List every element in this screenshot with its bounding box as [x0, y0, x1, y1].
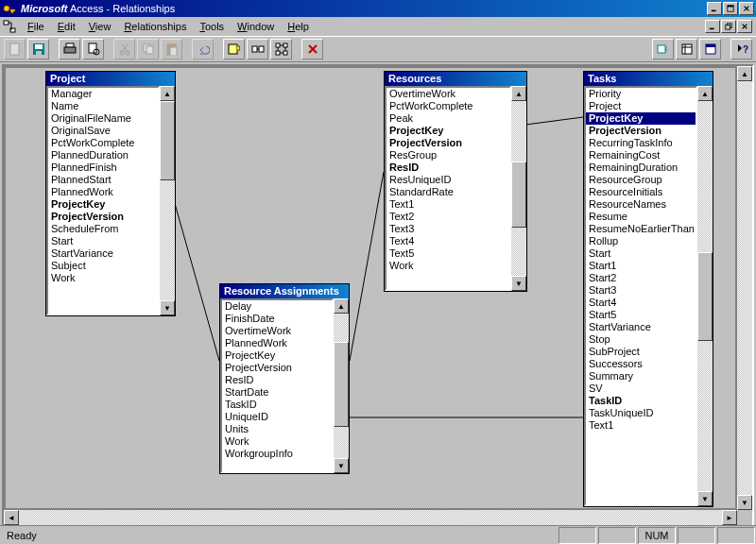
field-item[interactable]: Text3 — [387, 223, 509, 235]
field-item[interactable]: RemainingDuration — [586, 162, 696, 174]
field-item[interactable]: ProjectKey — [387, 125, 509, 137]
scroll-left-icon[interactable]: ◄ — [4, 510, 19, 525]
field-item[interactable]: Subject — [48, 260, 158, 272]
field-item[interactable]: Manager — [48, 88, 158, 100]
field-item[interactable]: Resume — [586, 211, 696, 223]
copy-icon[interactable] — [137, 39, 159, 60]
table-resources[interactable]: ResourcesOvertimeWorkPctWorkCompletePeak… — [384, 71, 527, 292]
database-window-icon[interactable] — [699, 39, 721, 60]
field-item[interactable]: ResGroup — [387, 149, 509, 162]
workspace-scrollbar-h[interactable]: ◄ ► — [4, 510, 737, 525]
table-header[interactable]: Tasks — [584, 72, 713, 86]
print-icon[interactable] — [59, 39, 80, 60]
field-item[interactable]: Work — [387, 260, 509, 272]
field-item[interactable]: ProjectVersion — [586, 125, 696, 137]
table-header[interactable]: Resource Assignments — [220, 284, 349, 298]
scroll-thumb[interactable] — [697, 252, 713, 341]
scroll-right-icon[interactable]: ► — [722, 510, 737, 525]
table-scrollbar[interactable]: ▲▼ — [160, 86, 175, 315]
back-icon[interactable] — [652, 39, 674, 60]
field-item[interactable]: Start — [586, 247, 696, 260]
field-item[interactable]: ResUniqueID — [387, 174, 509, 186]
field-item[interactable]: TaskID — [222, 399, 332, 411]
field-item[interactable]: ResumeNoEarlierThan — [586, 223, 696, 235]
field-item[interactable]: Start2 — [586, 272, 696, 284]
scroll-down-icon[interactable]: ▼ — [511, 276, 526, 291]
scroll-down-icon[interactable]: ▼ — [160, 300, 175, 315]
table-header[interactable]: Resources — [385, 72, 526, 86]
scroll-thumb[interactable] — [334, 342, 349, 427]
scroll-down-icon[interactable]: ▼ — [737, 495, 752, 510]
save-icon[interactable] — [27, 39, 49, 60]
show-all-icon[interactable] — [270, 39, 292, 60]
field-item[interactable]: UniqueID — [222, 411, 332, 423]
field-item[interactable]: Units — [222, 423, 332, 435]
field-item[interactable]: TaskID — [586, 395, 696, 407]
field-item[interactable]: OriginalFileName — [48, 112, 158, 125]
field-item[interactable]: Start1 — [586, 260, 696, 272]
field-item[interactable]: ProjectVersion — [48, 211, 158, 223]
field-item[interactable]: Priority — [586, 88, 696, 100]
field-item[interactable]: ResourceNames — [586, 198, 696, 211]
field-item[interactable]: ProjectKey — [586, 112, 696, 125]
show-table-icon[interactable] — [223, 39, 245, 60]
field-item[interactable]: Delay — [222, 300, 332, 313]
scroll-up-icon[interactable]: ▲ — [511, 86, 526, 101]
field-item[interactable]: ScheduleFrom — [48, 223, 158, 235]
scroll-up-icon[interactable]: ▲ — [737, 66, 752, 81]
field-item[interactable]: ProjectKey — [222, 349, 332, 362]
field-item[interactable]: Text4 — [387, 235, 509, 247]
field-item[interactable]: RemainingCost — [586, 149, 696, 162]
cut-icon[interactable] — [113, 39, 135, 60]
field-item[interactable]: Work — [222, 435, 332, 448]
field-item[interactable]: Stop — [586, 333, 696, 346]
field-item[interactable]: WorkgroupInfo — [222, 448, 332, 460]
field-item[interactable]: Work — [48, 272, 158, 284]
table-scrollbar[interactable]: ▲▼ — [697, 86, 713, 506]
field-item[interactable]: Successors — [586, 358, 696, 370]
field-item[interactable]: StandardRate — [387, 186, 509, 198]
undo-icon[interactable] — [192, 39, 214, 60]
field-item[interactable]: ResourceGroup — [586, 174, 696, 186]
field-item[interactable]: RecurringTaskInfo — [586, 137, 696, 149]
field-item[interactable]: StartDate — [222, 386, 332, 399]
workspace-scrollbar-v[interactable]: ▲ ▼ — [737, 66, 752, 510]
field-item[interactable]: Text2 — [387, 211, 509, 223]
menu-view[interactable]: View — [82, 19, 118, 34]
field-item[interactable]: ResID — [387, 162, 509, 174]
delete-icon[interactable] — [301, 39, 323, 60]
field-item[interactable]: Start3 — [586, 284, 696, 297]
menu-file[interactable]: File — [21, 19, 51, 34]
menu-window[interactable]: Window — [231, 19, 281, 34]
field-item[interactable]: ResID — [222, 374, 332, 386]
scroll-down-icon[interactable]: ▼ — [697, 491, 713, 506]
field-item[interactable]: ResourceInitials — [586, 186, 696, 198]
field-item[interactable]: PctWorkComplete — [387, 100, 509, 112]
scroll-thumb[interactable] — [511, 162, 526, 228]
field-item[interactable]: PlannedDuration — [48, 149, 158, 162]
scroll-up-icon[interactable]: ▲ — [697, 86, 713, 101]
field-item[interactable]: ProjectVersion — [222, 362, 332, 374]
scroll-up-icon[interactable]: ▲ — [160, 86, 175, 101]
field-item[interactable]: PlannedWork — [48, 186, 158, 198]
field-item[interactable]: Start5 — [586, 309, 696, 321]
field-item[interactable]: ProjectKey — [48, 198, 158, 211]
field-item[interactable]: Start4 — [586, 297, 696, 309]
maximize-button[interactable] — [723, 2, 738, 15]
table-tasks[interactable]: TasksPriorityProjectProjectKeyProjectVer… — [583, 71, 713, 507]
doc-close-button[interactable] — [737, 20, 752, 33]
menu-tools[interactable]: Tools — [193, 19, 231, 34]
help-icon[interactable]: ? — [730, 39, 752, 60]
field-item[interactable]: Start — [48, 235, 158, 247]
doc-minimize-button[interactable] — [705, 20, 720, 33]
print-preview-icon[interactable] — [82, 39, 104, 60]
scroll-up-icon[interactable]: ▲ — [334, 298, 349, 314]
field-item[interactable]: FinishDate — [222, 313, 332, 325]
menu-help[interactable]: Help — [281, 19, 316, 34]
menu-relationships[interactable]: Relationships — [117, 19, 193, 34]
new-object-icon[interactable] — [676, 39, 697, 60]
doc-restore-button[interactable] — [721, 20, 736, 33]
field-item[interactable]: Name — [48, 100, 158, 112]
close-button[interactable] — [739, 2, 754, 15]
field-item[interactable]: StartVariance — [586, 321, 696, 333]
